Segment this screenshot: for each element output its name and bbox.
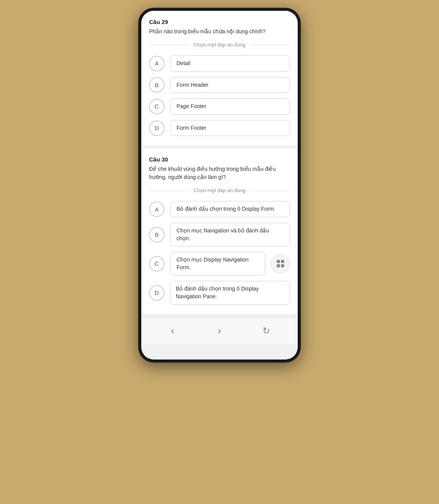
option-a-text-30: Bỏ đánh dấu chọn trong ô Display Form. — [170, 201, 290, 217]
option-c-text-30: Chọn mục Display Navigation Form. — [170, 252, 265, 275]
forward-button[interactable] — [211, 322, 228, 339]
option-c-text: Page Footer — [170, 98, 290, 115]
question-30-option-b[interactable]: B Chọn mục Navigation và bỏ đánh dấu chọ… — [149, 223, 290, 246]
question-30-option-c[interactable]: C Chọn mục Display Navigation Form. — [149, 252, 290, 275]
phone-frame: Câu 29 Phần nào trong biểu mẫu chứa nội … — [138, 8, 301, 363]
option-b-letter-30: B — [149, 227, 165, 243]
option-d-letter-30: D — [149, 285, 165, 301]
question-29-number: Câu 29 — [149, 19, 290, 25]
question-29-options: A Detail B Form Header C Page Footer D F… — [149, 55, 290, 136]
option-a-text: Detail — [170, 55, 290, 72]
question-30-card: Câu 30 Để che khuất vùng điều hướng tron… — [141, 148, 298, 314]
option-b-text: Form Header — [170, 77, 290, 93]
question-29-option-a[interactable]: A Detail — [149, 55, 290, 72]
question-29-text: Phần nào trong biểu mẫu chứa nội dung ch… — [149, 28, 290, 36]
question-30-number: Câu 30 — [149, 156, 290, 163]
question-30-option-d[interactable]: D Bỏ đánh dấu chọn trong ô Display Navig… — [149, 281, 290, 304]
question-29-divider: Chọn một đáp án đúng — [149, 42, 290, 48]
question-30-text: Để che khuất vùng điều hướng trong biểu … — [149, 165, 290, 181]
question-29-option-d[interactable]: D Form Footer — [149, 120, 290, 136]
option-a-letter-30: A — [149, 201, 165, 217]
question-29-card: Câu 29 Phần nào trong biểu mẫu chứa nội … — [141, 11, 298, 145]
phone-screen: Câu 29 Phần nào trong biểu mẫu chứa nội … — [141, 11, 298, 360]
refresh-button[interactable] — [258, 322, 275, 339]
option-a-letter: A — [149, 56, 165, 71]
option-c-letter-30: C — [149, 256, 165, 272]
question-30-instruction: Chọn một đáp án đúng — [189, 187, 250, 193]
option-b-letter: B — [149, 77, 165, 93]
question-29-option-c[interactable]: C Page Footer — [149, 98, 290, 115]
question-30-option-a[interactable]: A Bỏ đánh dấu chọn trong ô Display Form. — [149, 201, 290, 217]
question-30-divider: Chọn một đáp án đúng — [149, 187, 290, 193]
question-29-option-b[interactable]: B Form Header — [149, 77, 290, 93]
option-d-text-30: Bỏ đánh dấu chọn trong ô Display Navigat… — [170, 281, 290, 304]
back-button[interactable] — [164, 322, 181, 339]
grid-icon-badge[interactable] — [271, 254, 290, 274]
question-30-options: A Bỏ đánh dấu chọn trong ô Display Form.… — [149, 201, 290, 304]
option-d-text: Form Footer — [170, 120, 290, 136]
option-b-text-30: Chọn mục Navigation và bỏ đánh dấu chọn. — [170, 223, 290, 246]
option-d-letter: D — [149, 120, 165, 136]
option-c-letter: C — [149, 99, 165, 114]
question-29-instruction: Chọn một đáp án đúng — [189, 42, 250, 48]
grid-icon — [277, 260, 284, 267]
bottom-navigation — [141, 317, 298, 344]
